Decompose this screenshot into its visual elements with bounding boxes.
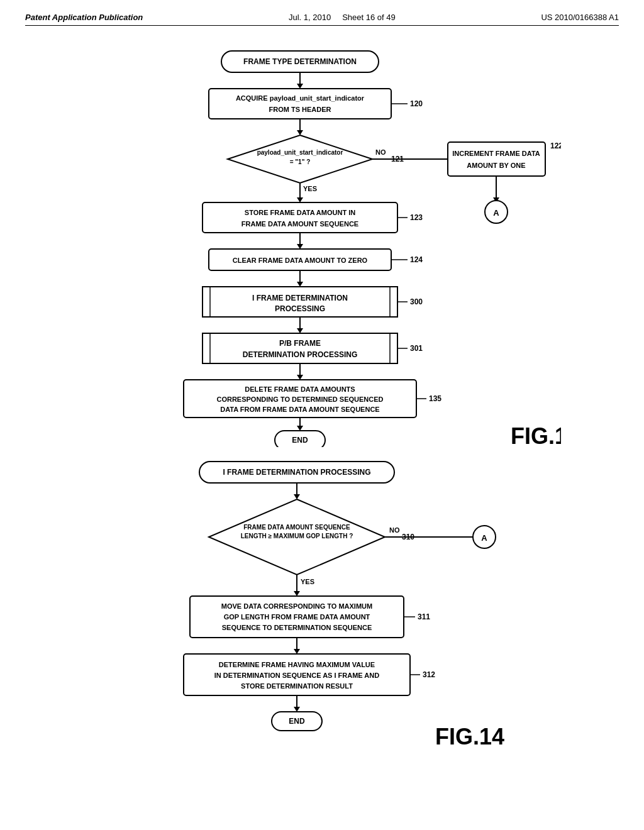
diagrams-container: FRAME TYPE DETERMINATION ACQUIRE payload… <box>25 45 619 790</box>
svg-rect-4 <box>209 89 391 119</box>
svg-text:YES: YES <box>301 578 314 585</box>
svg-text:CORRESPONDING TO DETERMINED SE: CORRESPONDING TO DETERMINED SEQUENCED <box>216 396 383 403</box>
svg-text:122: 122 <box>550 141 561 150</box>
svg-text:NO: NO <box>375 148 386 156</box>
svg-marker-28 <box>297 197 303 202</box>
fig14-svg: I FRAME DETERMINATION PROCESSING FRAME D… <box>83 455 561 788</box>
svg-text:NO: NO <box>389 526 400 534</box>
fig13-area: FRAME TYPE DETERMINATION ACQUIRE payload… <box>83 45 561 449</box>
svg-marker-88 <box>294 591 300 596</box>
svg-text:FROM TS HEADER: FROM TS HEADER <box>269 106 331 113</box>
svg-text:DETERMINE FRAME HAVING MAXIMUM: DETERMINE FRAME HAVING MAXIMUM VALUE <box>219 661 375 668</box>
svg-text:CLEAR FRAME DATA AMOUNT TO ZER: CLEAR FRAME DATA AMOUNT TO ZERO <box>233 257 368 264</box>
svg-text:I FRAME DETERMINATION PROCESSI: I FRAME DETERMINATION PROCESSING <box>223 468 370 477</box>
svg-text:STORE DETERMINATION RESULT: STORE DETERMINATION RESULT <box>241 682 353 690</box>
svg-text:END: END <box>289 717 305 726</box>
svg-text:INCREMENT FRAME DATA: INCREMENT FRAME DATA <box>452 150 540 157</box>
svg-text:FRAME DATA AMOUNT SEQUENCE: FRAME DATA AMOUNT SEQUENCE <box>242 220 358 228</box>
svg-rect-18 <box>448 142 545 176</box>
svg-marker-61 <box>297 375 303 380</box>
svg-text:payload_unit_start_indicator: payload_unit_start_indicator <box>257 149 343 156</box>
svg-text:123: 123 <box>410 213 423 222</box>
svg-text:135: 135 <box>429 394 441 403</box>
svg-text:END: END <box>292 436 308 445</box>
svg-text:300: 300 <box>410 297 423 306</box>
svg-text:P/B FRAME: P/B FRAME <box>279 339 321 348</box>
svg-marker-10 <box>297 130 303 135</box>
svg-text:DETERMINATION PROCESSING: DETERMINATION PROCESSING <box>243 350 357 359</box>
svg-text:DATA FROM FRAME DATA AMOUNT SE: DATA FROM FRAME DATA AMOUNT SEQUENCE <box>220 406 379 413</box>
fig14-area: I FRAME DETERMINATION PROCESSING FRAME D… <box>83 455 561 790</box>
svg-text:STORE FRAME DATA AMOUNT IN: STORE FRAME DATA AMOUNT IN <box>245 209 355 216</box>
page: Patent Application Publication Jul. 1, 2… <box>0 0 644 830</box>
svg-text:AMOUNT BY ONE: AMOUNT BY ONE <box>467 162 525 169</box>
svg-text:311: 311 <box>418 612 430 621</box>
date-label: Jul. 1, 2010 Sheet 16 of 49 <box>289 13 396 22</box>
svg-text:SEQUENCE TO DETERMINATION SEQU: SEQUENCE TO DETERMINATION SEQUENCE <box>222 624 372 631</box>
svg-text:FRAME DATA AMOUNT SEQUENCE: FRAME DATA AMOUNT SEQUENCE <box>243 524 350 531</box>
svg-marker-41 <box>297 282 303 287</box>
svg-marker-35 <box>297 244 303 249</box>
svg-text:ACQUIRE payload_unit_start_ind: ACQUIRE payload_unit_start_indicator <box>236 94 365 102</box>
svg-text:YES: YES <box>303 185 317 192</box>
svg-text:312: 312 <box>423 670 435 679</box>
svg-text:FIG.14: FIG.14 <box>435 724 504 750</box>
svg-text:LENGTH ≥ MAXIMUM GOP LENGTH ?: LENGTH ≥ MAXIMUM GOP LENGTH ? <box>241 533 353 540</box>
fig13-svg: FRAME TYPE DETERMINATION ACQUIRE payload… <box>83 45 561 447</box>
svg-marker-76 <box>294 494 300 499</box>
svg-text:A: A <box>481 533 487 543</box>
svg-text:I FRAME DETERMINATION: I FRAME DETERMINATION <box>252 294 348 302</box>
svg-text:MOVE DATA CORRESPONDING TO MAX: MOVE DATA CORRESPONDING TO MAXIMUM <box>221 602 372 610</box>
svg-text:301: 301 <box>410 344 423 353</box>
page-header: Patent Application Publication Jul. 1, 2… <box>25 13 619 26</box>
svg-text:PROCESSING: PROCESSING <box>275 304 325 313</box>
svg-marker-3 <box>297 84 303 89</box>
publication-label: Patent Application Publication <box>25 13 143 22</box>
svg-text:= "1" ?: = "1" ? <box>290 158 311 165</box>
svg-marker-104 <box>294 707 300 712</box>
svg-text:124: 124 <box>410 255 423 264</box>
svg-text:IN DETERMINATION SEQUENCE AS I: IN DETERMINATION SEQUENCE AS I FRAME AND <box>214 672 379 679</box>
svg-text:A: A <box>493 208 499 218</box>
patent-number-label: US 2010/0166388 A1 <box>541 13 619 22</box>
svg-text:120: 120 <box>410 99 423 108</box>
svg-text:DELETE FRAME DATA AMOUNTS: DELETE FRAME DATA AMOUNTS <box>245 385 355 393</box>
svg-marker-69 <box>297 426 303 431</box>
svg-rect-29 <box>203 202 397 233</box>
svg-marker-52 <box>297 328 303 333</box>
svg-marker-96 <box>294 649 300 654</box>
svg-text:FIG.13: FIG.13 <box>511 423 561 447</box>
svg-text:FRAME TYPE DETERMINATION: FRAME TYPE DETERMINATION <box>243 57 357 66</box>
svg-text:GOP LENGTH FROM FRAME DATA AMO: GOP LENGTH FROM FRAME DATA AMOUNT <box>224 613 370 621</box>
